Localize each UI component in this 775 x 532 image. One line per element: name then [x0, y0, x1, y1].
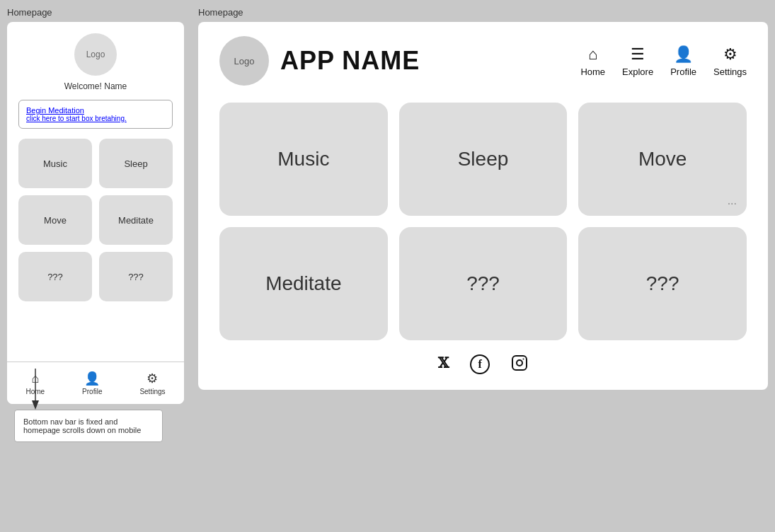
begin-meditation-subtitle: click here to start box bretahing.	[26, 115, 165, 122]
left-panel-title: Homepage	[7, 7, 191, 18]
left-panel: Homepage Logo Welcome! Name Begin Medita…	[7, 7, 191, 442]
desktop-nav-explore-label: Explore	[622, 66, 653, 77]
svg-rect-2	[512, 356, 527, 370]
menu-icon: ☰	[631, 45, 645, 64]
right-panel-title: Homepage	[198, 7, 768, 18]
desktop-nav-profile[interactable]: 👤 Profile	[670, 45, 696, 77]
desktop-nav-settings[interactable]: ⚙ Settings	[713, 45, 747, 77]
mobile-grid-item-move[interactable]: Move	[18, 195, 92, 245]
mobile-welcome-text: Welcome! Name	[64, 81, 127, 91]
mobile-nav-settings-label: Settings	[139, 388, 165, 395]
mobile-grid-item-sleep[interactable]: Sleep	[99, 139, 173, 188]
desktop-grid: Music Sleep Move ... Meditate ??? ???	[219, 103, 747, 340]
gear-icon: ⚙	[147, 371, 158, 386]
mobile-nav-profile[interactable]: 👤 Profile	[82, 371, 102, 395]
annotation-box: Bottom nav bar is fixed and homepage scr…	[14, 410, 163, 442]
mobile-grid-item-unknown2[interactable]: ???	[99, 252, 173, 301]
desktop-nav-home-label: Home	[580, 66, 605, 77]
gear-icon: ⚙	[723, 45, 737, 64]
desktop-logo-name-area: Logo APP NAME	[219, 36, 420, 86]
desktop-nav-explore[interactable]: ☰ Explore	[622, 45, 653, 77]
desktop-grid-unknown1-label: ???	[466, 272, 500, 295]
mobile-content: Logo Welcome! Name Begin Meditation clic…	[7, 22, 184, 404]
desktop-grid-sleep[interactable]: Sleep	[399, 103, 568, 216]
mobile-grid: Music Sleep Move Meditate ??? ???	[18, 139, 173, 301]
desktop-grid-sleep-label: Sleep	[458, 148, 509, 170]
twitter-icon[interactable]: 𝕏	[438, 354, 449, 376]
mobile-grid-item-unknown1[interactable]: ???	[18, 252, 92, 301]
desktop-grid-meditate-label: Meditate	[265, 272, 341, 295]
mobile-frame: Logo Welcome! Name Begin Meditation clic…	[7, 22, 184, 404]
begin-meditation-title[interactable]: Begin Meditation	[26, 106, 165, 115]
annotation-arrow-svg	[25, 369, 46, 411]
desktop-frame: Logo APP NAME ⌂ Home ☰ Explore 👤 Profile…	[198, 22, 768, 390]
annotation-text: Bottom nav bar is fixed and homepage scr…	[23, 417, 141, 434]
home-icon: ⌂	[588, 45, 597, 64]
person-icon: 👤	[84, 371, 100, 386]
desktop-nav-profile-label: Profile	[670, 66, 696, 77]
desktop-logo: Logo	[219, 36, 269, 86]
right-panel: Homepage Logo APP NAME ⌂ Home ☰ Explore …	[198, 7, 768, 390]
desktop-grid-unknown1[interactable]: ???	[399, 227, 568, 340]
desktop-app-name: APP NAME	[280, 46, 420, 76]
desktop-grid-move[interactable]: Move ...	[578, 103, 747, 216]
desktop-nav: ⌂ Home ☰ Explore 👤 Profile ⚙ Settings	[580, 45, 747, 77]
mobile-grid-item-meditate[interactable]: Meditate	[99, 195, 173, 245]
desktop-grid-music-label: Music	[277, 148, 329, 170]
desktop-grid-unknown2[interactable]: ???	[578, 227, 747, 340]
desktop-grid-unknown2-label: ???	[646, 272, 679, 295]
desktop-grid-music[interactable]: Music	[219, 103, 388, 216]
move-ellipsis: ...	[728, 195, 737, 207]
desktop-footer: 𝕏 f	[219, 354, 747, 376]
svg-point-4	[523, 359, 524, 360]
begin-meditation-box[interactable]: Begin Meditation click here to start box…	[18, 100, 173, 129]
svg-point-3	[517, 360, 522, 366]
person-icon: 👤	[674, 45, 693, 64]
desktop-nav-settings-label: Settings	[713, 66, 747, 77]
svg-marker-1	[32, 400, 39, 410]
mobile-grid-item-music[interactable]: Music	[18, 139, 92, 188]
desktop-grid-meditate[interactable]: Meditate	[219, 227, 388, 340]
instagram-icon[interactable]	[511, 354, 528, 376]
mobile-nav-profile-label: Profile	[82, 388, 102, 395]
desktop-nav-home[interactable]: ⌂ Home	[580, 45, 605, 77]
facebook-icon[interactable]: f	[470, 354, 490, 374]
desktop-header: Logo APP NAME ⌂ Home ☰ Explore 👤 Profile…	[219, 36, 747, 86]
desktop-grid-move-label: Move	[638, 148, 687, 170]
mobile-logo: Logo	[74, 33, 117, 76]
mobile-nav-settings[interactable]: ⚙ Settings	[139, 371, 165, 395]
mobile-logo-area: Logo Welcome! Name	[18, 33, 173, 91]
